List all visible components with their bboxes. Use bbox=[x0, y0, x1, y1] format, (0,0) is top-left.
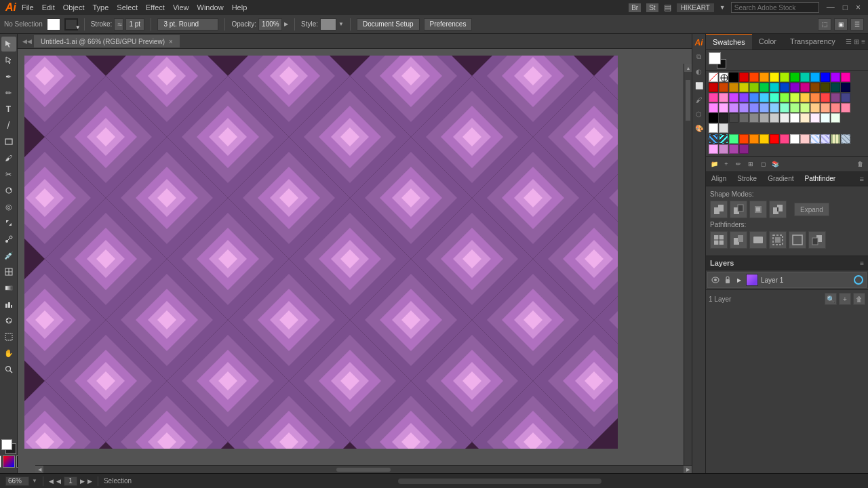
intersect-btn[interactable] bbox=[749, 201, 767, 218]
swatches-grid-view[interactable]: ⊞ bbox=[854, 38, 859, 45]
menu-edit[interactable]: Edit bbox=[42, 3, 55, 12]
sw-add-library[interactable]: 📚 bbox=[770, 159, 781, 169]
scroll-up[interactable]: ▲ bbox=[684, 64, 692, 72]
stock-search[interactable] bbox=[731, 2, 819, 13]
trim-btn[interactable] bbox=[730, 231, 747, 249]
swatch-brown2[interactable] bbox=[729, 83, 738, 92]
delete-layer-btn[interactable]: 🗑 bbox=[853, 293, 865, 305]
swatch-black[interactable] bbox=[729, 73, 738, 82]
document-tab[interactable]: Untitled-1.ai @ 66% (RGB/GPU Preview) × bbox=[34, 35, 180, 47]
layer-item-1[interactable]: ▶ Layer 1 bbox=[707, 272, 867, 288]
swatch-pattern7[interactable] bbox=[770, 134, 779, 144]
blend-tool[interactable] bbox=[1, 232, 16, 247]
last-page-btn[interactable]: ▶ bbox=[87, 478, 92, 485]
swatch-darkteal[interactable] bbox=[770, 83, 779, 92]
color-btn[interactable] bbox=[3, 455, 15, 468]
foreground-color[interactable] bbox=[1, 439, 12, 450]
swatch-skyblue[interactable] bbox=[760, 93, 769, 102]
swatch-purple-med[interactable] bbox=[729, 144, 738, 154]
none-color[interactable] bbox=[0, 455, 1, 468]
swatch-hotpink[interactable] bbox=[709, 93, 718, 102]
fg-bg-colors[interactable] bbox=[1, 439, 16, 454]
warp-tool[interactable]: ◎ bbox=[1, 199, 16, 214]
menu-type[interactable]: Type bbox=[93, 3, 109, 12]
menu-help[interactable]: Help bbox=[232, 3, 248, 12]
tab-swatches[interactable]: Swatches bbox=[706, 34, 752, 49]
prev-page-btn[interactable]: ◀ bbox=[49, 478, 54, 485]
swatch-gold[interactable] bbox=[800, 93, 810, 102]
swatch-cornflowerblue[interactable] bbox=[760, 103, 769, 113]
swatch-lime1[interactable] bbox=[780, 73, 789, 82]
swatches-list-view[interactable]: ☰ bbox=[846, 38, 852, 45]
sw-edit-swatches[interactable]: ✏ bbox=[733, 159, 744, 169]
menu-effect[interactable]: Effect bbox=[146, 3, 165, 12]
stock-btn[interactable]: St bbox=[646, 3, 658, 12]
swatch-pattern4[interactable] bbox=[739, 134, 749, 144]
canvas-wrapper[interactable]: ▲ ▼ bbox=[18, 49, 692, 473]
qp-graphic-styles[interactable]: ⬜ bbox=[693, 79, 705, 92]
merge-btn[interactable] bbox=[749, 231, 767, 249]
swatch-registration[interactable] bbox=[719, 73, 728, 82]
menu-file[interactable]: File bbox=[22, 3, 34, 12]
type-tool[interactable]: T bbox=[1, 102, 16, 117]
zoom-input[interactable] bbox=[5, 476, 29, 486]
maximize-btn[interactable]: □ bbox=[841, 3, 850, 12]
swatch-pattern13[interactable] bbox=[831, 134, 840, 144]
swatch-darkgreen2[interactable] bbox=[760, 83, 769, 92]
direct-select-tool[interactable] bbox=[1, 53, 16, 68]
swatch-cream[interactable] bbox=[800, 113, 810, 123]
horizontal-scrollbar[interactable]: ◀ ▶ bbox=[35, 465, 692, 473]
qp-transform[interactable]: ⧉ bbox=[693, 51, 705, 63]
swatch-gray1[interactable] bbox=[719, 113, 728, 123]
pencil-tool[interactable]: ✏ bbox=[1, 85, 16, 100]
swatch-pattern1[interactable] bbox=[709, 134, 718, 144]
swatch-pattern5[interactable] bbox=[749, 134, 759, 144]
opacity-arrow[interactable]: ▶ bbox=[284, 21, 288, 27]
swatch-peachpuff[interactable] bbox=[810, 103, 820, 113]
expand-btn[interactable]: Expand bbox=[794, 203, 829, 216]
fill-color-box[interactable] bbox=[47, 18, 60, 30]
swatch-lightpink[interactable] bbox=[719, 93, 728, 102]
swatch-tomato[interactable] bbox=[821, 93, 830, 102]
swatch-mintcream[interactable] bbox=[821, 113, 830, 123]
swatch-pink1[interactable] bbox=[841, 73, 850, 82]
preferences-btn[interactable]: Preferences bbox=[424, 18, 473, 30]
swatch-darknavy[interactable] bbox=[841, 83, 850, 92]
swatch-black2[interactable] bbox=[709, 113, 718, 123]
swatch-gray6[interactable] bbox=[770, 113, 779, 123]
swatch-purple-dark[interactable] bbox=[739, 144, 749, 154]
vertical-scrollbar[interactable]: ▲ ▼ bbox=[684, 64, 692, 473]
swatch-gray2[interactable] bbox=[729, 113, 738, 123]
swatch-pattern11[interactable] bbox=[810, 134, 820, 144]
swatch-pink-light[interactable] bbox=[709, 144, 718, 154]
style-select[interactable] bbox=[320, 18, 336, 30]
brush-tool[interactable]: 🖌 bbox=[1, 150, 16, 165]
layer-visibility[interactable] bbox=[711, 275, 720, 285]
swatch-lightpink2[interactable] bbox=[831, 103, 840, 113]
swatch-lightgray[interactable] bbox=[719, 123, 728, 133]
sw-new-swatch[interactable]: + bbox=[721, 159, 732, 169]
swatch-none[interactable] bbox=[709, 73, 718, 82]
swatch-mediumpurple[interactable] bbox=[739, 93, 749, 102]
swatch-hotpink2[interactable] bbox=[841, 103, 850, 113]
swatch-brown1[interactable] bbox=[719, 83, 728, 92]
layer-lock[interactable] bbox=[723, 275, 732, 285]
swatch-violet[interactable] bbox=[709, 103, 718, 113]
swatch-gray5[interactable] bbox=[760, 113, 769, 123]
swatch-fg-color[interactable] bbox=[709, 52, 721, 64]
tab-color[interactable]: Color bbox=[752, 34, 783, 49]
swatch-yellow1[interactable] bbox=[770, 73, 779, 82]
qp-symbols[interactable]: ⬡ bbox=[693, 108, 705, 120]
swatch-cyan1[interactable] bbox=[810, 73, 820, 82]
artboard-tool[interactable] bbox=[1, 329, 16, 344]
swatch-colors[interactable] bbox=[709, 52, 726, 68]
outline-btn[interactable] bbox=[789, 231, 806, 249]
progress-bar[interactable] bbox=[398, 479, 601, 484]
menu-view[interactable]: View bbox=[173, 3, 189, 12]
swatch-darkpurple[interactable] bbox=[790, 83, 800, 92]
find-layer-btn[interactable]: 🔍 bbox=[825, 293, 837, 305]
swatch-aquamarine[interactable] bbox=[770, 93, 779, 102]
swatch-pattern6[interactable] bbox=[760, 134, 769, 144]
line-tool[interactable]: / bbox=[1, 118, 16, 133]
swatch-white[interactable] bbox=[790, 113, 800, 123]
